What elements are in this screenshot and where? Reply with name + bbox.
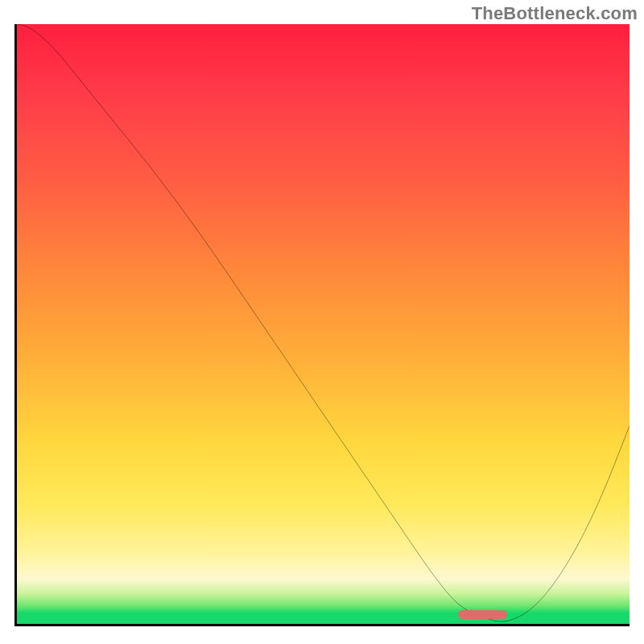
chart-canvas: TheBottleneck.com <box>0 0 644 644</box>
watermark-text: TheBottleneck.com <box>472 3 638 24</box>
curve-layer <box>17 24 630 624</box>
optimal-range-marker <box>458 610 507 619</box>
plot-area <box>17 24 630 624</box>
bottleneck-curve <box>17 24 630 621</box>
